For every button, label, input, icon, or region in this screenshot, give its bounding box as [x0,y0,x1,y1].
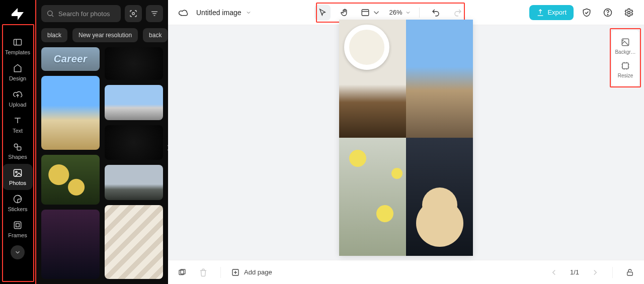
canvas-image-tl[interactable] [339,20,406,138]
svg-rect-5 [14,169,22,176]
rail-item-frames[interactable]: Frames [3,216,33,242]
shield-icon [582,8,592,18]
hand-tool[interactable] [337,5,353,21]
document-title[interactable]: Untitled image [196,9,252,17]
bottombar: Add page 1/1 [168,260,644,284]
resize-icon [620,61,630,71]
thumb-text: Career [54,53,87,65]
svg-rect-8 [14,222,21,228]
thumb-buddha[interactable] [41,76,100,150]
svg-point-10 [48,11,52,16]
svg-rect-9 [16,224,20,227]
chip-new-year-resolution[interactable]: New year resolution [72,28,138,42]
rail-more-button[interactable] [11,245,25,259]
chevron-down-icon [405,10,411,16]
divider [220,267,221,278]
svg-rect-0 [14,39,22,45]
rail-item-upload[interactable]: Upload [3,85,33,112]
right-rail-resize[interactable]: Resize [612,58,639,81]
thumb-dark-1[interactable] [105,47,163,80]
redo-button[interactable] [450,5,466,21]
divider [419,8,420,18]
layout-tool[interactable] [359,5,383,21]
zoom-dropdown[interactable]: 26% [389,9,411,16]
next-page-button[interactable] [588,265,602,279]
prev-page-button[interactable] [547,265,561,279]
svg-marker-2 [14,65,21,72]
chip-black[interactable]: black [41,28,67,42]
chevron-down-icon [246,10,252,16]
canvas-image-br[interactable] [406,138,473,256]
right-rail: Backgr… Resize [612,30,639,86]
chip-back[interactable]: back [143,28,168,42]
lock-open-icon [625,268,634,277]
cursor-icon [318,8,327,17]
left-rail: Templates Design Upload Text Shapes Phot… [0,0,36,284]
search-row: Search for photos [36,0,168,26]
shield-button[interactable] [579,5,595,21]
settings-button[interactable] [621,5,637,21]
svg-point-6 [16,171,17,173]
rail-item-text[interactable]: Text [3,112,33,138]
canvas-viewport[interactable]: Backgr… Resize [168,25,644,260]
rail-label: Design [9,75,26,81]
cursor-tool[interactable] [314,5,331,21]
trash-icon [199,268,208,277]
undo-icon [431,8,440,17]
layout-icon [361,8,370,17]
rail-label: Stickers [8,206,27,212]
svg-line-11 [52,15,53,17]
chip-row: black New year resolution back [36,26,168,47]
rail-item-design[interactable]: Design [3,59,33,85]
svg-point-20 [628,11,630,14]
filter-button[interactable] [146,5,163,22]
scan-button[interactable] [125,5,142,22]
svg-point-19 [607,14,608,15]
rail-label: Shapes [8,154,27,160]
divider [612,267,613,278]
svg-point-12 [132,13,135,15]
rail-label: Text [13,128,23,134]
right-rail-background[interactable]: Backgr… [612,34,639,58]
rail-label: Templates [5,49,30,55]
background-icon [620,37,630,47]
photos-panel: Search for photos black New year resolut… [36,0,168,284]
layers-icon [178,268,187,277]
thumb-dark-2[interactable] [105,125,163,160]
canvas-page[interactable] [339,20,473,256]
thumb-satin[interactable] [105,205,163,279]
grid-col-left: Career [41,47,100,279]
page-indicator: 1/1 [568,268,581,276]
canvas-image-bl[interactable] [339,138,406,256]
export-label: Export [547,9,567,16]
svg-rect-28 [627,272,633,275]
thumb-skyline[interactable] [105,85,163,121]
cloud-sync-icon[interactable] [175,5,191,21]
rail-item-stickers[interactable]: Stickers [3,190,33,216]
canvas-image-tr[interactable] [406,20,473,138]
scan-icon [129,9,138,18]
undo-button[interactable] [428,5,444,21]
rail-label: Photos [9,180,26,186]
thumb-city-night[interactable] [41,210,100,279]
chevron-left-icon [549,268,558,277]
delete-button[interactable] [196,265,210,279]
thumb-mountain[interactable] [105,165,163,201]
zoom-level: 26% [389,9,402,16]
layers-button[interactable] [175,265,189,279]
app-logo[interactable] [8,4,28,24]
lock-button[interactable] [623,265,637,279]
help-button[interactable] [600,5,616,21]
svg-rect-4 [17,147,21,150]
add-page-button[interactable]: Add page [231,268,272,277]
rail-item-photos[interactable]: Photos [3,164,33,190]
rail-label: Upload [9,102,27,108]
thumb-flower[interactable] [41,155,100,205]
export-button[interactable]: Export [529,5,574,20]
help-icon [603,8,613,18]
rail-item-shapes[interactable]: Shapes [3,138,33,164]
chevron-down-icon [372,8,381,17]
search-input[interactable]: Search for photos [41,5,121,22]
rail-item-templates[interactable]: Templates [3,33,33,59]
thumb-career[interactable]: Career [41,47,100,71]
